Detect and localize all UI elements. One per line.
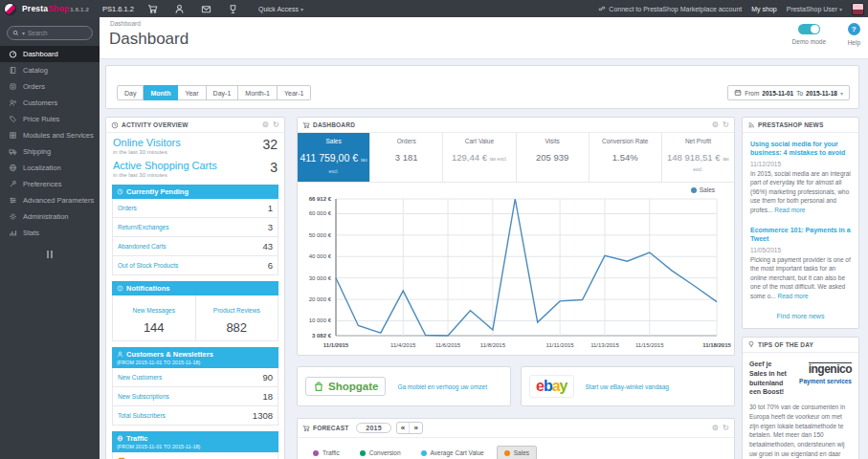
- total-subscribers-link[interactable]: Total Subscribers: [118, 412, 166, 419]
- user-menu[interactable]: PrestaShop User ▾: [787, 6, 842, 12]
- kpi-sales[interactable]: Sales411 759,00 € tax excl.: [298, 133, 370, 182]
- new-customers-link[interactable]: New Customers: [118, 374, 162, 381]
- quick-access-menu[interactable]: Quick Access ▾: [258, 6, 303, 12]
- my-shop-link[interactable]: My shop: [751, 6, 776, 12]
- ebay-link[interactable]: Start uw eBay-winkel vandaag: [586, 383, 669, 390]
- panel-settings-icon[interactable]: ⚙: [712, 425, 719, 432]
- toggle-traffic[interactable]: Traffic: [305, 446, 347, 459]
- shopgate-banner: Shopgate Ga mobiel en verhoog uw omzet: [297, 366, 511, 406]
- product-reviews-link[interactable]: Product Reviews: [213, 307, 260, 314]
- panel-settings-icon[interactable]: ⚙: [262, 121, 269, 129]
- orders-link[interactable]: Orders: [118, 205, 137, 211]
- kpi-visits[interactable]: Visits205 939: [517, 133, 590, 182]
- news-article: Ecommerce 101: Payments in a Tweet 11/05…: [750, 226, 851, 300]
- panel-title: TIPS OF THE DAY: [758, 341, 813, 348]
- new-messages-link[interactable]: New Messages: [133, 307, 175, 314]
- sidebar-item-advanced-parameters[interactable]: Advanced Parameters: [0, 192, 100, 208]
- sidebar-item-modules[interactable]: Modules and Services: [0, 127, 100, 143]
- caret-down-icon: ▾: [300, 7, 303, 12]
- marketplace-link[interactable]: Connect to PrestaShop Marketplace accoun…: [598, 5, 742, 12]
- sidebar-item-customers[interactable]: Customers: [0, 95, 100, 111]
- person-icon: [117, 351, 123, 358]
- ebay-logo[interactable]: ebay: [529, 375, 574, 398]
- sidebar-item-dashboard[interactable]: Dashboard: [0, 46, 100, 62]
- abandoned-carts-link[interactable]: Abandoned Carts: [118, 243, 167, 250]
- panel-refresh-icon[interactable]: ↻: [723, 121, 729, 129]
- new-subscriptions-link[interactable]: New Subscriptions: [118, 393, 169, 400]
- sidebar-item-catalog[interactable]: Catalog: [0, 62, 100, 78]
- tab-year[interactable]: Year: [178, 85, 206, 100]
- kpi-cart-value[interactable]: Cart Value129,44 € tax excl.: [443, 133, 516, 182]
- demo-mode-toggle[interactable]: [798, 24, 820, 34]
- sidebar-item-stats[interactable]: Stats: [0, 225, 100, 241]
- date-tabs: Day Month Year Day-1 Month-1 Year-1: [117, 85, 311, 100]
- clock-icon: [111, 121, 119, 129]
- online-visitors-link[interactable]: Online Visitors: [113, 137, 278, 148]
- sidebar-item-price-rules[interactable]: Price Rules: [0, 111, 100, 127]
- truck-icon: [9, 147, 17, 156]
- panel-refresh-icon[interactable]: ↻: [273, 121, 279, 129]
- tab-month-1[interactable]: Month-1: [238, 85, 278, 100]
- news-article-title[interactable]: Using social media for your business: 4 …: [750, 140, 851, 158]
- toggle-average-cart-value[interactable]: Average Cart Value: [413, 446, 492, 459]
- sidebar-item-shipping[interactable]: Shipping: [0, 143, 100, 160]
- news-article-title[interactable]: Ecommerce 101: Payments in a Tweet: [750, 226, 851, 244]
- messages-icon[interactable]: [199, 4, 214, 14]
- puzzle-icon: [9, 131, 17, 140]
- read-more-link[interactable]: Read more: [778, 293, 809, 299]
- sales-dot-icon: [504, 450, 510, 456]
- sidebar-item-orders[interactable]: Orders: [0, 78, 100, 95]
- search-icon: [12, 30, 19, 36]
- shop-version: PS1.6.1.2: [102, 5, 134, 13]
- toggle-conversion[interactable]: Conversion: [352, 446, 409, 459]
- panel-title: DASHBOARD: [313, 121, 355, 128]
- user-avatar[interactable]: [852, 3, 864, 15]
- sidebar-item-administration[interactable]: Administration: [0, 208, 100, 225]
- forecast-next-button[interactable]: »: [410, 423, 422, 433]
- search-input[interactable]: [28, 30, 85, 36]
- caret-down-icon: ▾: [840, 90, 843, 97]
- forecast-panel: FORECAST 2015 « » ⚙↻ Traffic Conversion …: [297, 418, 735, 459]
- shopgate-logo[interactable]: Shopgate: [305, 377, 386, 396]
- badges-icon[interactable]: [226, 4, 241, 14]
- news-article-date: 11/12/2015: [750, 161, 851, 167]
- legend-dot: [691, 187, 697, 193]
- panel-title: ACTIVITY OVERVIEW: [122, 121, 189, 128]
- sidebar-item-preferences[interactable]: Preferences: [0, 176, 100, 192]
- cart-icon[interactable]: [145, 4, 161, 14]
- kpi-orders[interactable]: Orders3 181: [370, 133, 443, 182]
- customer-icon[interactable]: [172, 4, 188, 14]
- kpi-conversion-rate[interactable]: Conversion Rate1.54%: [590, 133, 662, 182]
- breadcrumb[interactable]: Dashboard: [110, 20, 141, 27]
- page-title: Dashboard: [109, 30, 189, 49]
- chart-legend[interactable]: Sales: [691, 186, 715, 193]
- caret-down-icon[interactable]: ▾: [22, 30, 25, 36]
- kpi-net-profit[interactable]: Net Profit148 918,51 € tax excl.: [662, 133, 734, 182]
- tab-day[interactable]: Day: [117, 85, 144, 100]
- read-more-link[interactable]: Read more: [774, 207, 805, 213]
- sidebar-item-localization[interactable]: Localization: [0, 160, 100, 176]
- shopgate-link[interactable]: Ga mobiel en verhoog uw omzet: [397, 383, 487, 390]
- forecast-prev-button[interactable]: «: [397, 423, 411, 433]
- sidebar-search[interactable]: ▾: [7, 26, 93, 40]
- tab-day-1[interactable]: Day-1: [207, 85, 239, 100]
- tab-month[interactable]: Month: [144, 85, 178, 100]
- news-article-date: 11/05/2015: [750, 247, 851, 253]
- help-icon[interactable]: ?: [848, 23, 860, 35]
- out-of-stock-link[interactable]: Out of Stock Products: [118, 262, 178, 269]
- collapse-sidebar-icon[interactable]: [46, 251, 54, 258]
- tab-year-1[interactable]: Year-1: [278, 85, 311, 100]
- forecast-year[interactable]: 2015: [356, 423, 390, 433]
- main-header: Dashboard Dashboard Demo mode ? Help: [100, 17, 868, 59]
- returns-link[interactable]: Return/Exchanges: [118, 224, 168, 230]
- toggle-sales[interactable]: Sales: [497, 446, 537, 459]
- link-icon: [598, 5, 606, 12]
- active-carts-link[interactable]: Active Shopping Carts: [113, 160, 278, 171]
- average-cart-value-dot-icon: [421, 450, 427, 456]
- tip-body: 30 tot 70% van de consumenten in Europa …: [749, 403, 852, 459]
- panel-settings-icon[interactable]: ⚙: [712, 121, 719, 129]
- calendar-icon: [734, 89, 742, 97]
- panel-refresh-icon[interactable]: ↻: [723, 425, 729, 432]
- date-range-picker[interactable]: From2015-11-01 To2015-11-18 ▾: [727, 85, 850, 100]
- find-more-news-link[interactable]: Find more news: [750, 313, 851, 319]
